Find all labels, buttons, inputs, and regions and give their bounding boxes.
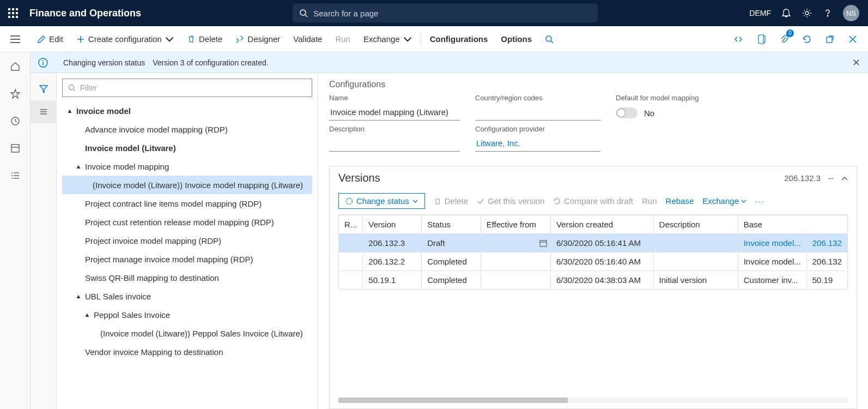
tree-node[interactable]: Project contract line items model mappin… (62, 194, 312, 213)
cell-created[interactable]: 6/30/2020 04:38:03 AM (550, 271, 653, 290)
banner-close-icon[interactable]: ✕ (852, 57, 860, 69)
options-tab[interactable]: Options (494, 26, 538, 52)
data-connector-icon[interactable] (731, 32, 746, 47)
create-configuration-button[interactable]: Create configuration (70, 26, 180, 52)
tree-node[interactable]: (Invoice model (Litware)) Peppol Sales I… (62, 324, 312, 342)
description-field[interactable] (329, 135, 460, 152)
list-view-icon[interactable] (31, 100, 57, 123)
col-base[interactable]: Base (738, 215, 847, 234)
name-field[interactable]: Invoice model mapping (Litware) (329, 104, 460, 121)
cell-version[interactable]: 50.19.1 (363, 271, 422, 290)
close-icon[interactable] (845, 32, 860, 47)
cell-r[interactable] (339, 271, 363, 290)
cell-status[interactable]: Draft (422, 234, 481, 252)
popout-icon[interactable] (822, 32, 837, 47)
cell-base[interactable]: Invoice model... (738, 252, 806, 271)
col-status[interactable]: Status (422, 215, 481, 234)
cell-effective[interactable] (481, 271, 550, 290)
edit-button[interactable]: Edit (31, 26, 70, 52)
cell-base-ver[interactable]: 50.19 (806, 271, 847, 290)
configurations-tab[interactable]: Configurations (423, 26, 495, 52)
table-row[interactable]: 50.19.1Completed6/30/2020 04:38:03 AMIni… (339, 271, 848, 290)
rebase-button[interactable]: Rebase (666, 196, 694, 206)
tree-node[interactable]: Invoice model (Litware) (62, 139, 312, 157)
table-row[interactable]: 206.132.3Draft6/30/2020 05:16:41 AMInvoi… (339, 234, 848, 252)
tree-node[interactable]: Vendor invoice Mapping to destination (62, 342, 312, 361)
tree-filter-input[interactable] (80, 83, 306, 92)
caret-down-icon[interactable]: ▲ (74, 163, 83, 170)
provider-link[interactable]: Litware, Inc. (475, 135, 600, 152)
cell-desc[interactable] (653, 234, 738, 252)
scroll-thumb[interactable] (338, 398, 568, 403)
delete-button[interactable]: Delete (180, 26, 229, 52)
nav-hamburger-icon[interactable] (0, 26, 31, 52)
app-launcher-icon[interactable] (0, 0, 26, 26)
company-indicator[interactable]: DEMF (749, 9, 771, 17)
horizontal-scrollbar[interactable] (338, 398, 848, 403)
global-search[interactable] (293, 4, 598, 22)
tree-node[interactable]: ▲UBL Sales invoice (62, 287, 312, 305)
modules-icon[interactable] (7, 167, 24, 184)
col-desc[interactable]: Description (653, 215, 738, 234)
collapse-icon[interactable] (841, 176, 848, 181)
cell-desc[interactable]: Initial version (653, 271, 738, 290)
favorites-icon[interactable] (7, 85, 24, 103)
cell-effective[interactable] (481, 234, 550, 252)
cell-base-ver[interactable]: 206.132 (806, 252, 847, 271)
col-effective[interactable]: Effective from (481, 215, 550, 234)
tree-filter[interactable] (62, 79, 312, 97)
col-r[interactable]: R... (339, 215, 363, 234)
versions-exchange-button[interactable]: Exchange (702, 196, 746, 206)
tree-node[interactable]: Advance invoice model mapping (RDP) (62, 120, 312, 139)
calendar-icon[interactable] (539, 239, 547, 247)
region-field[interactable] (475, 104, 600, 121)
cell-version[interactable]: 206.132.3 (363, 234, 422, 252)
gear-icon[interactable] (802, 8, 812, 19)
cell-status[interactable]: Completed (422, 252, 481, 271)
default-mapping-toggle[interactable] (616, 107, 638, 118)
exchange-button[interactable]: Exchange (357, 26, 418, 52)
funnel-icon[interactable] (31, 77, 57, 100)
bell-icon[interactable] (781, 8, 792, 19)
cell-created[interactable]: 6/30/2020 05:16:40 AM (550, 252, 653, 271)
tree-node[interactable]: Project cust retention release model map… (62, 213, 312, 231)
cell-r[interactable] (339, 234, 363, 252)
caret-down-icon[interactable]: ▲ (83, 311, 92, 318)
refresh-icon[interactable] (799, 32, 815, 47)
office-icon[interactable] (754, 32, 769, 47)
col-created[interactable]: Version created (550, 215, 653, 234)
cell-desc[interactable] (653, 252, 738, 271)
change-status-button[interactable]: Change status (338, 193, 425, 209)
tree-node[interactable]: Swiss QR-Bill mapping to destination (62, 268, 312, 287)
tree-node[interactable]: ▲Invoice model mapping (62, 157, 312, 176)
cell-created[interactable]: 6/30/2020 05:16:41 AM (550, 234, 653, 252)
user-avatar[interactable]: NS (843, 5, 859, 21)
attachments-icon[interactable]: 0 (776, 32, 792, 47)
cell-status[interactable]: Completed (422, 271, 481, 290)
cell-base[interactable]: Customer inv... (738, 271, 806, 290)
cell-r[interactable] (339, 252, 363, 271)
tree-node[interactable]: Project manage invoice model mapping (RD… (62, 250, 312, 268)
table-row[interactable]: 206.132.2Completed6/30/2020 05:16:40 AMI… (339, 252, 848, 271)
home-icon[interactable] (7, 58, 24, 75)
cell-version[interactable]: 206.132.2 (363, 252, 422, 271)
designer-button[interactable]: Designer (229, 26, 287, 52)
global-search-input[interactable] (313, 9, 591, 18)
validate-button[interactable]: Validate (287, 26, 329, 52)
cell-base[interactable]: Invoice model... (738, 234, 806, 252)
more-icon[interactable]: ··· (755, 197, 765, 206)
cell-base-ver[interactable]: 206.132 (806, 234, 847, 252)
caret-down-icon[interactable]: ▲ (74, 293, 83, 299)
find-button[interactable] (538, 26, 560, 52)
tree-node[interactable]: Project invoice model mapping (RDP) (62, 231, 312, 250)
col-version[interactable]: Version (363, 215, 422, 234)
tree-node-selected[interactable]: (Invoice model (Litware)) Invoice model … (62, 176, 312, 194)
cell-effective[interactable] (481, 252, 550, 271)
workspaces-icon[interactable] (7, 140, 24, 157)
tree-node[interactable]: ▲Peppol Sales Invoice (62, 305, 312, 324)
tree-node-root[interactable]: ▲Invoice model (62, 101, 312, 120)
help-icon[interactable] (822, 8, 833, 19)
caret-down-icon[interactable]: ▲ (65, 107, 74, 114)
svg-point-33 (43, 60, 44, 61)
recent-icon[interactable] (7, 112, 24, 130)
